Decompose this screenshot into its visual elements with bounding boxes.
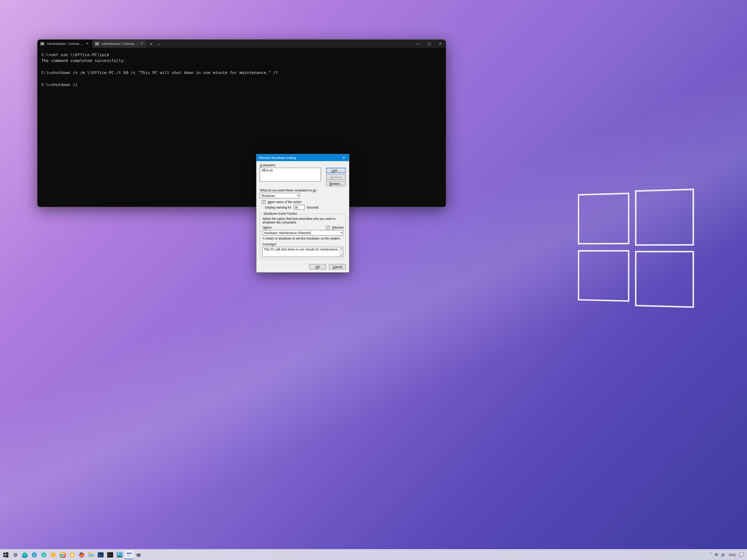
- svg-rect-2: [3, 555, 5, 557]
- tab-close-icon[interactable]: ×: [140, 42, 144, 46]
- svg-point-15: [62, 554, 64, 556]
- option-desc: A restart or shutdown to service hardwar…: [262, 237, 343, 240]
- dialog-titlebar[interactable]: Remote Shutdown Dialog ×: [256, 154, 349, 161]
- terminal-tab-2[interactable]: Administrator: Command Prom… ×: [92, 40, 147, 48]
- svg-point-32: [138, 554, 140, 556]
- action-center-icon[interactable]: 💬: [739, 552, 744, 557]
- svg-text:>_: >_: [127, 554, 130, 557]
- action-select[interactable]: Shutdown: [260, 193, 300, 198]
- maximize-button[interactable]: ▢: [424, 40, 435, 48]
- tab-actions: + ⌄: [147, 40, 163, 48]
- tab-close-icon[interactable]: ×: [85, 42, 89, 46]
- snipping-tool-icon[interactable]: [134, 551, 143, 559]
- svg-rect-20: [88, 552, 91, 554]
- svg-text:>_: >_: [99, 553, 102, 557]
- file-explorer-icon[interactable]: [87, 551, 96, 559]
- edge-canary-icon[interactable]: [49, 551, 58, 559]
- svg-rect-29: [127, 553, 132, 554]
- action-select-value: Shutdown: [261, 194, 275, 198]
- remote-shutdown-dialog[interactable]: Remote Shutdown Dialog × Computers: offi…: [256, 154, 349, 273]
- tab-dropdown-button[interactable]: ⌄: [155, 41, 163, 46]
- taskbar[interactable]: ⚙ D B >_ C:\ >_ ˄ ⧉ 🔊 ENG 💬: [0, 549, 747, 560]
- logo-pane: [635, 251, 694, 308]
- volume-icon[interactable]: 🔊: [721, 552, 726, 557]
- tab-title: Administrator: Command Prom…: [46, 42, 83, 46]
- svg-rect-1: [6, 552, 8, 555]
- add-button[interactable]: Add ...: [326, 168, 346, 173]
- computers-list-item[interactable]: office-pc: [261, 168, 320, 172]
- event-tracker-group: Shutdown Event Tracker Select the option…: [260, 212, 346, 260]
- event-tracker-legend: Shutdown Event Tracker: [262, 212, 298, 215]
- ok-button[interactable]: OK: [309, 264, 326, 269]
- minimize-button[interactable]: ―: [413, 40, 424, 48]
- computers-label: Computers:: [260, 163, 346, 167]
- powershell-icon[interactable]: >_: [96, 551, 105, 559]
- planned-label: Planned: [332, 226, 343, 229]
- cmd-icon: [95, 42, 99, 45]
- firefox-icon[interactable]: [77, 551, 86, 559]
- svg-point-17: [71, 554, 73, 556]
- terminal-output[interactable]: C:\>net use \\Office-PC\ipc$ The command…: [38, 48, 445, 207]
- warn-checkbox[interactable]: ✓: [262, 200, 266, 204]
- seconds-input[interactable]: 30: [294, 205, 305, 210]
- chrome-canary-icon[interactable]: [68, 551, 77, 559]
- cmd-icon[interactable]: C:\: [106, 551, 115, 559]
- svg-text:B: B: [43, 554, 45, 556]
- logo-pane: [578, 250, 629, 302]
- display-warning-label: Display warning for: [265, 206, 291, 209]
- language-indicator[interactable]: ENG: [729, 553, 736, 557]
- close-icon[interactable]: ×: [340, 156, 347, 160]
- svg-text:D: D: [33, 554, 35, 556]
- tray-overflow-icon[interactable]: ˄: [710, 552, 712, 557]
- browse-button[interactable]: Browse...: [326, 181, 346, 186]
- terminal-line: C:\>net use \\Office-PC\ipc$: [41, 52, 109, 57]
- close-button[interactable]: ✕: [435, 40, 446, 48]
- settings-icon[interactable]: ⚙: [11, 551, 20, 559]
- svg-point-10: [51, 552, 56, 557]
- terminal-titlebar[interactable]: Administrator: Command Prom… × Administr…: [38, 40, 445, 48]
- chrome-icon[interactable]: [58, 551, 67, 559]
- terminal-taskbar-icon[interactable]: >_: [125, 551, 133, 559]
- cmd-icon: [40, 42, 44, 45]
- edge-dev-icon[interactable]: D: [30, 551, 39, 559]
- svg-rect-3: [6, 555, 8, 557]
- action-label: What do you want these computers to do:: [260, 188, 346, 192]
- desktop-windows-logo: [578, 188, 694, 312]
- window-controls: ― ▢ ✕: [413, 40, 446, 48]
- new-tab-button[interactable]: +: [147, 42, 155, 46]
- svg-rect-0: [3, 553, 5, 555]
- terminal-tab-1[interactable]: Administrator: Command Prom… ×: [38, 40, 92, 48]
- computers-listbox[interactable]: office-pc: [260, 168, 321, 182]
- comment-value: This PC will shut down in one minute for…: [264, 248, 338, 251]
- system-tray[interactable]: ˄ ⧉ 🔊 ENG 💬: [710, 552, 746, 557]
- start-button[interactable]: [1, 551, 10, 559]
- scrollbar[interactable]: ▴▾: [339, 247, 343, 257]
- seconds-label: Seconds: [307, 206, 319, 209]
- photos-icon[interactable]: [115, 551, 124, 559]
- cancel-button[interactable]: Cancel: [329, 264, 346, 269]
- tab-title: Administrator: Command Prom…: [101, 42, 138, 46]
- terminal-line: The command completed successfully.: [41, 58, 126, 63]
- edge-icon[interactable]: [20, 551, 29, 559]
- terminal-line: C:\>shutdown /s /m \\Office-PC /t 60 /c …: [41, 70, 278, 75]
- option-select[interactable]: Hardware: Maintenance (Planned): [262, 230, 343, 236]
- warn-label: Warn users of the action: [268, 200, 301, 204]
- svg-rect-21: [89, 554, 94, 557]
- option-label: Option:: [262, 226, 272, 229]
- comment-textarea[interactable]: This PC will shut down in one minute for…: [262, 247, 343, 257]
- terminal-window[interactable]: Administrator: Command Prom… × Administr…: [37, 39, 446, 207]
- planned-checkbox[interactable]: ✓: [326, 226, 330, 229]
- comment-label: Comment:: [262, 242, 343, 246]
- remove-button: Remove: [326, 174, 346, 180]
- project-icon[interactable]: ⧉: [715, 552, 718, 557]
- svg-text:C:\: C:\: [108, 553, 112, 557]
- svg-point-27: [118, 553, 119, 555]
- logo-pane: [635, 188, 694, 246]
- terminal-line: C:\>shutdown /i: [41, 82, 77, 87]
- option-select-value: Hardware: Maintenance (Planned): [264, 231, 311, 235]
- edge-beta-icon[interactable]: B: [39, 551, 48, 559]
- dialog-title: Remote Shutdown Dialog: [259, 156, 340, 160]
- event-tracker-desc: Select the option that best describes wh…: [262, 217, 343, 224]
- logo-pane: [578, 193, 629, 245]
